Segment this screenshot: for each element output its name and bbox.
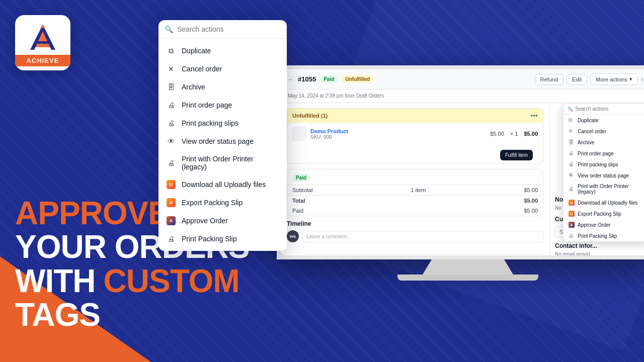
subtotal-qty: 1 item bbox=[411, 187, 426, 193]
sm-print-order-icon: 🖨 bbox=[569, 150, 575, 156]
export-packing-icon: U bbox=[167, 198, 176, 207]
paid-section: Paid Subtotal 1 item $5.00 Total $5.00 bbox=[287, 169, 543, 216]
small-search-input[interactable] bbox=[575, 106, 644, 112]
monitor-wrapper: ← #1055 Paid Unfulfilled Refund Edit Mor… bbox=[277, 65, 644, 281]
unfulfilled-section: Unfulfilled (1) ••• Demo Product SKU: 00… bbox=[287, 108, 543, 164]
more-actions-button[interactable]: More actions ▾ bbox=[590, 73, 638, 85]
sm-action-print-order[interactable]: 🖨 Print order page bbox=[564, 148, 644, 159]
sm-action-cancel[interactable]: ✕ Cancel order bbox=[564, 126, 644, 137]
sm-action-print-packing[interactable]: 🖨 Print packing slips bbox=[564, 159, 644, 170]
sm-action-duplicate[interactable]: ⧉ Duplicate bbox=[564, 115, 644, 126]
action-print-order-label: Print order page bbox=[182, 101, 232, 109]
screen-inner: ← #1055 Paid Unfulfilled Refund Edit Mor… bbox=[281, 69, 644, 255]
product-info: Demo Product SKU: 000 bbox=[310, 128, 348, 140]
paid-row: Paid $5.00 bbox=[287, 206, 543, 216]
timeline-section: Timeline WA Leave a comment... bbox=[287, 220, 543, 242]
small-dropdown-search[interactable]: 🔍 bbox=[564, 104, 644, 115]
sm-action-approve[interactable]: A Approve Order bbox=[564, 219, 644, 230]
action-print-legacy[interactable]: 🖨 Print with Order Printer (legacy) bbox=[158, 150, 287, 175]
action-duplicate-label: Duplicate bbox=[182, 47, 211, 55]
action-view-status[interactable]: 👁 View order status page bbox=[158, 132, 287, 150]
dots-menu-icon[interactable]: ••• bbox=[530, 112, 538, 120]
sm-view-status-label: View order status page bbox=[578, 173, 629, 178]
sm-export-packing-icon: U bbox=[569, 211, 575, 217]
sm-print-packing-label: Print packing slips bbox=[578, 162, 618, 167]
action-print-packing[interactable]: 🖨 Print packing slips bbox=[158, 114, 287, 132]
action-approve-order-label: Approve Order bbox=[182, 217, 228, 225]
subtotal-row: Subtotal 1 item $5.00 bbox=[287, 185, 543, 195]
sm-action-print-legacy[interactable]: 🖨 Print with Order Printer (legacy) bbox=[564, 181, 644, 197]
print-packing-icon: 🖨 bbox=[167, 119, 176, 128]
chevron-down-icon: ▾ bbox=[629, 76, 632, 82]
small-dropdown-items: ⧉ Duplicate ✕ Cancel order 🗄 Archive bbox=[564, 115, 644, 241]
small-search-icon: 🔍 bbox=[568, 107, 573, 112]
action-download-uploadly[interactable]: U Download all Uploadly files bbox=[158, 175, 287, 194]
archive-icon: 🗄 bbox=[167, 82, 176, 92]
timeline-title: Timeline bbox=[287, 220, 543, 227]
print-legacy-icon: 🖨 bbox=[167, 158, 176, 167]
screen-sidebar: 🔍 ⧉ Duplicate ✕ Cancel order bbox=[549, 103, 644, 255]
timeline-input-row: WA Leave a comment... bbox=[287, 230, 543, 242]
subtotal-amount: $5.00 bbox=[524, 187, 538, 193]
timeline-comment-input[interactable]: Leave a comment... bbox=[302, 231, 543, 242]
total-row: Total $5.00 bbox=[287, 195, 543, 206]
prev-icon[interactable]: ‹ bbox=[641, 76, 643, 83]
refund-button[interactable]: Refund bbox=[535, 74, 564, 85]
edit-button[interactable]: Edit bbox=[567, 74, 587, 85]
product-total: $5.00 bbox=[524, 131, 538, 137]
packing-slip-icon: 🖨 bbox=[167, 234, 176, 243]
svg-rect-2 bbox=[36, 41, 49, 44]
paid-header: Paid bbox=[287, 169, 543, 185]
action-print-legacy-label: Print with Order Printer (legacy) bbox=[182, 155, 279, 171]
hero-line-3: WITH bbox=[15, 264, 96, 298]
logo-label: ACHIEVE bbox=[15, 55, 70, 66]
fulfill-button[interactable]: Fulfill item bbox=[500, 150, 533, 160]
sm-eye-icon: 👁 bbox=[569, 172, 575, 178]
main-dropdown-search-bar[interactable]: 🔍 bbox=[158, 20, 287, 39]
action-cancel[interactable]: ✕ Cancel order bbox=[158, 60, 287, 78]
action-print-packing-label: Print packing slips bbox=[182, 119, 238, 127]
action-duplicate[interactable]: ⧉ Duplicate bbox=[158, 42, 287, 60]
sm-action-archive[interactable]: 🗄 Archive bbox=[564, 137, 644, 148]
back-arrow-icon[interactable]: ← bbox=[288, 76, 294, 83]
hero-line-4: CUSTOM bbox=[104, 264, 239, 298]
cancel-icon: ✕ bbox=[167, 64, 176, 73]
monitor-base bbox=[397, 275, 538, 281]
action-archive[interactable]: 🗄 Archive bbox=[158, 78, 287, 96]
product-qty: × 1 bbox=[510, 131, 518, 137]
action-print-order[interactable]: 🖨 Print order page bbox=[158, 96, 287, 114]
sm-approve-label: Approve Order bbox=[578, 222, 611, 228]
sm-action-export-packing[interactable]: U Export Packing Slip bbox=[564, 208, 644, 219]
sm-action-print-packing-slip[interactable]: 🖨 Print Packing Slip bbox=[564, 230, 644, 241]
sm-duplicate-label: Duplicate bbox=[578, 118, 599, 123]
print-order-icon: 🖨 bbox=[167, 101, 176, 110]
search-input[interactable] bbox=[177, 25, 281, 33]
sm-action-view-status[interactable]: 👁 View order status page bbox=[564, 170, 644, 181]
product-price: $5.00 bbox=[490, 131, 504, 137]
sm-packing-slip-icon: 🖨 bbox=[569, 233, 575, 239]
subtotal-label: Subtotal bbox=[292, 187, 312, 193]
paid-label: Paid bbox=[292, 208, 303, 214]
hero-line-5: TAGS bbox=[15, 298, 250, 332]
sm-download-uploadly-label: Download all Uploadly files bbox=[578, 200, 638, 206]
logo-box: ACHIEVE bbox=[15, 15, 70, 70]
paid-status-badge: Paid bbox=[292, 174, 310, 182]
sm-print-packing-icon: 🖨 bbox=[569, 161, 575, 167]
order-number: #1055 bbox=[298, 75, 316, 83]
sm-print-legacy-label: Print with Order Printer (legacy) bbox=[578, 184, 644, 195]
contact-title: Contact infor... bbox=[555, 242, 644, 249]
sm-action-download-uploadly[interactable]: U Download all Uploadly files bbox=[564, 197, 644, 208]
monitor-stand bbox=[423, 259, 513, 275]
main-dropdown-items: ⧉ Duplicate ✕ Cancel order 🗄 Archive 🖨 P… bbox=[158, 39, 287, 251]
paid-amount: $5.00 bbox=[524, 208, 538, 214]
screen-body: Unfulfilled (1) ••• Demo Product SKU: 00… bbox=[281, 103, 644, 255]
action-print-packing-slip[interactable]: 🖨 Print Packing Slip bbox=[158, 230, 287, 248]
unfulfilled-badge: Unfulfilled bbox=[342, 75, 373, 83]
sm-archive-icon: 🗄 bbox=[569, 139, 575, 145]
total-label: Total bbox=[292, 198, 305, 204]
action-export-packing[interactable]: U Export Packing Slip bbox=[158, 194, 287, 212]
sm-uploadly-icon: U bbox=[569, 200, 575, 206]
order-date: May 14, 2024 at 2:39 pm from Draft Order… bbox=[288, 93, 384, 99]
action-approve-order[interactable]: A Approve Order bbox=[158, 212, 287, 230]
action-print-packing-slip-label: Print Packing Slip bbox=[182, 235, 237, 243]
